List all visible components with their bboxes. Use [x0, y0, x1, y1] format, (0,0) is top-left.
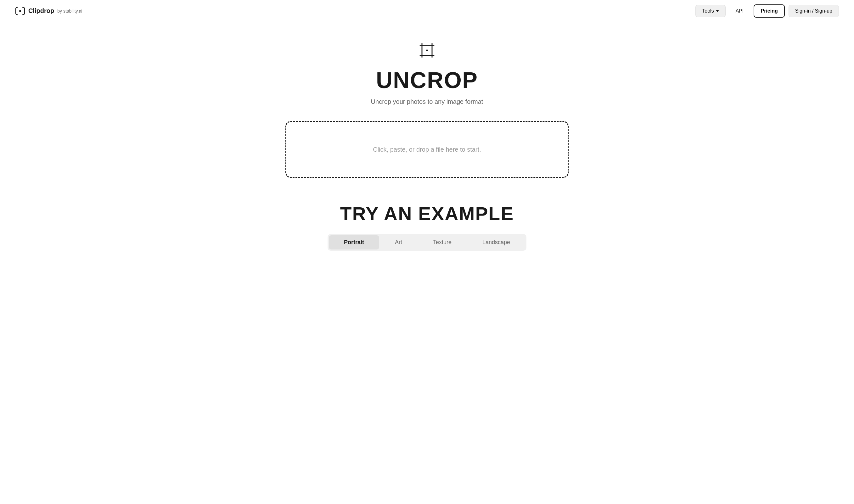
tab-art[interactable]: Art — [380, 235, 417, 250]
tab-landscape[interactable]: Landscape — [467, 235, 525, 250]
navbar-actions: Tools API Pricing Sign-in / Sign-up — [695, 4, 839, 18]
signin-button[interactable]: Sign-in / Sign-up — [788, 5, 839, 17]
logo-by: by stability.ai — [57, 8, 82, 14]
page-subtitle: Uncrop your photos to any image format — [371, 98, 483, 105]
logo-icon — [15, 6, 25, 16]
tools-button[interactable]: Tools — [695, 5, 725, 17]
uncrop-icon — [417, 41, 437, 60]
examples-title: TRY AN EXAMPLE — [340, 203, 514, 224]
pricing-button[interactable]: Pricing — [754, 4, 784, 18]
main-content: UNCROP Uncrop your photos to any image f… — [0, 22, 854, 263]
logo-name: Clipdrop — [28, 7, 54, 15]
chevron-down-icon — [716, 10, 719, 12]
svg-point-0 — [19, 10, 21, 12]
page-title: UNCROP — [376, 67, 478, 93]
example-tabs: PortraitArtTextureLandscape — [327, 234, 527, 251]
tool-icon-wrapper — [417, 41, 437, 61]
tab-texture[interactable]: Texture — [418, 235, 467, 250]
navbar: Clipdrop by stability.ai Tools API Prici… — [0, 0, 854, 22]
tab-portrait[interactable]: Portrait — [329, 235, 379, 250]
file-drop-zone[interactable]: Click, paste, or drop a file here to sta… — [285, 121, 569, 178]
examples-section: TRY AN EXAMPLE PortraitArtTextureLandsca… — [6, 203, 848, 251]
drop-zone-text: Click, paste, or drop a file here to sta… — [373, 146, 481, 153]
logo[interactable]: Clipdrop by stability.ai — [15, 6, 82, 16]
api-button[interactable]: API — [729, 5, 750, 17]
